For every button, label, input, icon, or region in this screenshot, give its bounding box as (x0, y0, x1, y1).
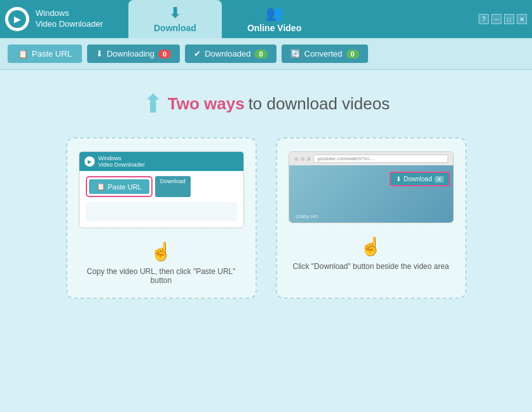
way2-preview: youtube.com/watch?v=... ⬇ Download ✕ 108… (289, 151, 454, 223)
way-1-card: ▶ Windows Video Downloader 📋 Paste URL (66, 137, 257, 299)
paste-url-button[interactable]: 📋 Paste URL (8, 45, 82, 63)
ways-container: ▶ Windows Video Downloader 📋 Paste URL (25, 137, 507, 299)
headline-emphasis: Two ways (168, 94, 245, 114)
cursor-icon-2: ☝ (360, 236, 382, 257)
browser-dot-1 (294, 157, 298, 161)
toolbar: 📋 Paste URL ⬇ Downloading 0 ✔ Downloaded… (0, 38, 532, 70)
tab-online-video[interactable]: 👥 Online Video (222, 0, 327, 38)
app-icon: ▶ (5, 7, 29, 31)
converted-badge: 0 (346, 50, 359, 58)
way1-dl-btn: Download (155, 176, 191, 197)
way2-download-popup: ⬇ Download ✕ (390, 172, 449, 186)
maximize-button[interactable]: □ (504, 14, 514, 24)
converted-icon: 🔄 (290, 49, 301, 58)
way1-preview-titlebar: ▶ Windows Video Downloader (79, 152, 243, 171)
way1-paste-highlight: 📋 Paste URL (86, 176, 153, 197)
way1-paste-btn: 📋 Paste URL (89, 179, 149, 194)
downloading-button[interactable]: ⬇ Downloading 0 (87, 45, 180, 63)
window-controls: ? ─ □ ✕ (479, 14, 527, 24)
headline: ⬆ Two ways to download videos (25, 89, 507, 118)
main-content: ⬆ Two ways to download videos ▶ Windows … (0, 70, 532, 412)
online-video-tab-icon: 👥 (247, 5, 301, 22)
resolution-label: 1080p HD (296, 214, 318, 219)
downloaded-icon: ✔ (194, 49, 201, 58)
downloaded-badge: 0 (254, 50, 267, 58)
title-bar: ▶ Windows Video Downloader ⬇ Download 👥 … (0, 0, 532, 38)
nav-tabs: ⬇ Download 👥 Online Video (128, 0, 479, 38)
way1-cursor: ☝ (150, 238, 172, 262)
close-button[interactable]: ✕ (517, 14, 527, 24)
downloading-icon: ⬇ (96, 49, 103, 58)
help-button[interactable]: ? (479, 14, 489, 24)
cursor-icon: ☝ (150, 241, 172, 262)
paste-icon: 📋 (18, 49, 28, 58)
way2-cursor: ☝ (360, 233, 382, 257)
dl-close: ✕ (435, 176, 444, 182)
way1-preview-icon: ▶ (85, 156, 95, 167)
video-placeholder: ⬇ Download ✕ 1080p HD (289, 165, 453, 223)
converted-button[interactable]: 🔄 Converted 0 (282, 45, 368, 63)
way2-caption: Click "Download" button beside the video… (293, 262, 449, 271)
browser-url: youtube.com/watch?v=... (313, 154, 448, 163)
way1-preview-content (86, 202, 237, 221)
app-window: ▶ Windows Video Downloader ⬇ Download 👥 … (0, 0, 532, 412)
app-icon-inner: ▶ (8, 10, 26, 28)
minimize-button[interactable]: ─ (491, 14, 501, 24)
way2-browser-content: ⬇ Download ✕ 1080p HD (289, 165, 453, 223)
way2-browser-bar: youtube.com/watch?v=... (289, 152, 453, 165)
headline-icon: ⬆ (142, 89, 164, 118)
dl-icon: ⬇ (396, 175, 401, 182)
downloading-badge: 0 (158, 50, 171, 58)
way1-preview-toolbar: 📋 Paste URL Download (86, 176, 237, 197)
browser-dot-2 (301, 157, 304, 161)
download-tab-icon: ⬇ (154, 5, 196, 22)
app-title: Windows Video Downloader (36, 8, 103, 30)
headline-rest: to download videos (249, 94, 390, 114)
way-2-card: youtube.com/watch?v=... ⬇ Download ✕ 108… (276, 137, 467, 299)
title-bar-left: ▶ Windows Video Downloader (5, 7, 103, 31)
tab-download[interactable]: ⬇ Download (128, 0, 222, 38)
way1-preview: ▶ Windows Video Downloader 📋 Paste URL (79, 151, 244, 228)
way1-caption: Copy the video URL, then click "Paste UR… (80, 267, 243, 285)
browser-dot-3 (307, 157, 311, 161)
downloaded-button[interactable]: ✔ Downloaded 0 (185, 45, 276, 63)
